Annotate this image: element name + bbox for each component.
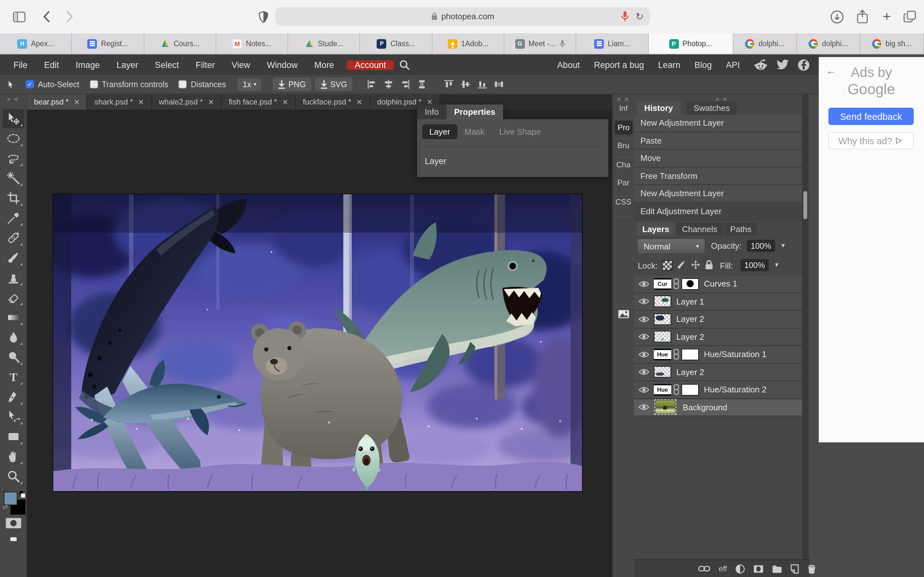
mini-tab-cha[interactable]: Cha	[613, 160, 634, 169]
crop-tool[interactable]	[3, 189, 24, 208]
tab-info[interactable]: Info	[417, 105, 446, 119]
checkbox-unchecked[interactable]	[179, 80, 187, 89]
visibility-eye-icon[interactable]	[638, 404, 649, 411]
option-distances[interactable]: Distances	[179, 80, 226, 89]
document-tab-fish-face-psd-[interactable]: fish face.psd *✕	[222, 94, 296, 110]
quick-mask-icon[interactable]	[6, 518, 21, 528]
tab-swatches[interactable]: Swatches	[687, 101, 737, 115]
menu-link-blog[interactable]: Blog	[694, 60, 712, 69]
menu-link-report-a-bug[interactable]: Report a bug	[594, 60, 644, 69]
dock-scrollbar[interactable]	[802, 94, 809, 559]
visibility-eye-icon[interactable]	[638, 386, 649, 394]
layer-thumbnail[interactable]	[654, 296, 671, 308]
hand-tool[interactable]	[3, 447, 24, 466]
visibility-eye-icon[interactable]	[638, 280, 649, 288]
menu-view[interactable]: View	[223, 60, 258, 69]
opacity-dropdown-icon[interactable]: ▼	[780, 242, 786, 249]
align-middle-v-icon[interactable]	[460, 79, 471, 90]
dodge-tool[interactable]	[3, 348, 24, 367]
lock-all-icon[interactable]	[704, 259, 714, 272]
lock-paint-icon[interactable]	[676, 259, 687, 272]
browser-tab-liam-[interactable]: Liam...	[577, 33, 649, 54]
align-right-icon[interactable]	[400, 79, 411, 90]
layer-row-hue-saturation-1[interactable]: HueHue/Saturation 1	[634, 346, 802, 364]
new-tab-icon[interactable]: +	[879, 9, 895, 24]
history-item[interactable]: New Adjustment Layer	[634, 185, 802, 203]
adjustment-layer-icon[interactable]	[735, 564, 745, 574]
menu-file[interactable]: File	[5, 60, 36, 69]
layer-row-curves-1[interactable]: CurCurves 1	[634, 276, 802, 293]
layer-row-layer-2[interactable]: Layer 2	[634, 311, 802, 329]
account-button[interactable]: Account	[346, 60, 394, 69]
browser-tab-cours-[interactable]: Cours...	[144, 33, 216, 54]
mode-mask-button[interactable]: Mask	[465, 127, 485, 137]
history-item[interactable]: Move	[634, 150, 802, 168]
gradient-tool[interactable]	[3, 308, 24, 327]
mini-tab-par[interactable]: Par	[613, 178, 634, 187]
tab-paths[interactable]: Paths	[724, 222, 758, 235]
mini-tab-css[interactable]: CSS	[613, 197, 634, 206]
mini-tab-pro[interactable]: Pro	[615, 121, 633, 135]
mini-collapse-toggle[interactable]: < >	[613, 96, 634, 103]
adjustment-thumbnail[interactable]: Cur	[654, 278, 671, 290]
move-tool[interactable]	[3, 109, 24, 128]
layer-row-layer-2[interactable]: Layer 2	[634, 329, 802, 346]
why-this-ad-button[interactable]: Why this ad?	[829, 132, 914, 149]
browser-tab-big-sh-[interactable]: big sh...	[860, 33, 924, 54]
clone-stamp-tool[interactable]	[3, 268, 24, 287]
browser-tab-photop-[interactable]: PPhotop...	[648, 33, 733, 54]
tab-channels[interactable]: Channels	[676, 222, 723, 235]
browser-tab-dolphi-[interactable]: dolphi...	[796, 33, 860, 54]
document-tab-whale2-psd-[interactable]: whale2.psd *✕	[152, 94, 222, 110]
healing-tool[interactable]	[3, 228, 24, 247]
mode-layer-button[interactable]: Layer	[422, 124, 457, 139]
layer-row-hue-saturation-2[interactable]: HueHue/Saturation 2	[634, 382, 802, 399]
visibility-eye-icon[interactable]	[638, 316, 649, 323]
canvas-image[interactable]	[53, 194, 582, 491]
dock-scrollbar-thumb[interactable]	[803, 191, 807, 219]
align-left-icon[interactable]	[367, 79, 377, 90]
menu-select[interactable]: Select	[147, 60, 187, 69]
type-tool[interactable]: T	[3, 367, 24, 387]
lasso-tool[interactable]	[3, 149, 24, 168]
default-colors-icon-2[interactable]	[21, 493, 26, 498]
facebook-icon[interactable]	[798, 59, 810, 71]
browser-tab-apex-[interactable]: HApex...	[0, 33, 72, 54]
path-select-tool[interactable]	[3, 407, 24, 426]
mask-thumbnail[interactable]	[682, 384, 699, 396]
forward-icon[interactable]	[61, 9, 77, 24]
sidebar-icon[interactable]	[11, 9, 27, 24]
browser-tab-meet-[interactable]: GMeet -...	[504, 33, 577, 54]
document-tab-fuckface-psd-[interactable]: fuckface.psd *✕	[296, 94, 370, 110]
menu-layer[interactable]: Layer	[108, 60, 147, 69]
history-item[interactable]: New Adjustment Layer	[634, 115, 802, 132]
mini-tab-bru[interactable]: Bru	[613, 141, 634, 150]
adjustment-thumbnail[interactable]: Hue	[654, 384, 671, 396]
visibility-eye-icon[interactable]	[638, 298, 649, 306]
history-item[interactable]: Free Transform	[634, 168, 802, 185]
close-icon[interactable]: ✕	[357, 98, 362, 106]
menu-link-learn[interactable]: Learn	[658, 60, 680, 69]
fill-dropdown-icon[interactable]: ▼	[774, 261, 780, 268]
visibility-eye-icon[interactable]	[638, 351, 649, 358]
close-icon[interactable]: ✕	[74, 98, 79, 106]
menu-filter[interactable]: Filter	[187, 60, 223, 69]
download-icon[interactable]	[829, 9, 845, 24]
browser-tab-1adob-[interactable]: 1Adob...	[433, 33, 505, 54]
document-tab-shark-psd-[interactable]: shark.psd *✕	[87, 94, 152, 110]
layer-thumbnail[interactable]	[654, 366, 671, 378]
fill-field[interactable]: 100%	[740, 259, 769, 271]
close-icon[interactable]: ✕	[138, 98, 144, 106]
screen-mode-icon[interactable]	[10, 537, 17, 541]
reddit-icon[interactable]	[754, 59, 767, 71]
link-layer-icon[interactable]	[698, 565, 710, 572]
blur-tool[interactable]	[3, 327, 24, 347]
shield-icon[interactable]	[255, 9, 271, 24]
picture-panel-icon[interactable]	[613, 309, 634, 321]
magic-wand-tool[interactable]	[3, 169, 24, 188]
history-item[interactable]: Paste	[634, 132, 802, 150]
search-icon[interactable]	[394, 59, 415, 70]
back-icon[interactable]	[39, 9, 54, 24]
browser-tab-stude-[interactable]: Stude...	[288, 33, 360, 54]
brush-tool[interactable]	[3, 248, 24, 268]
